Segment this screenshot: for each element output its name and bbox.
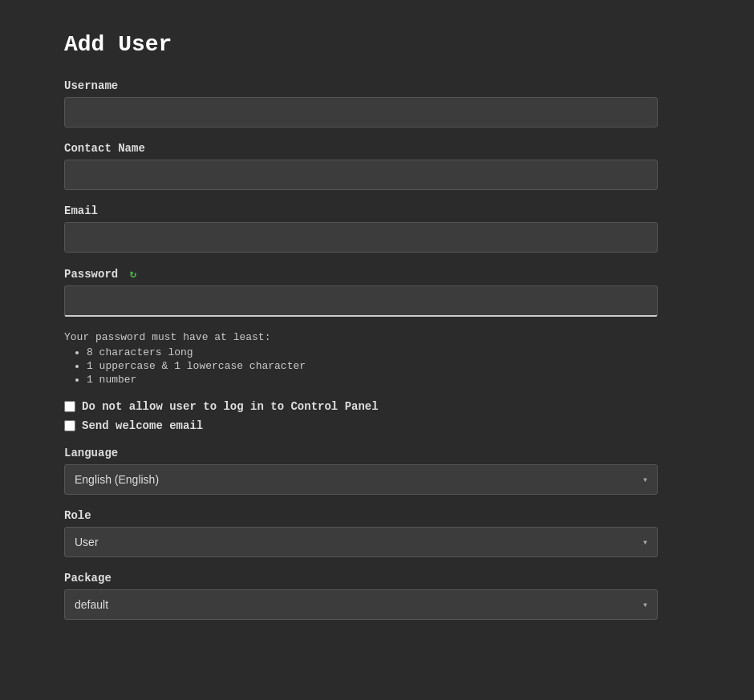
package-group: Package default Basic Standard Premium ▾ xyxy=(64,572,658,620)
role-label: Role xyxy=(64,509,658,522)
password-rule-1: 8 characters long xyxy=(87,346,658,358)
no-login-checkbox-group: Do not allow user to log in to Control P… xyxy=(64,400,658,413)
email-input[interactable] xyxy=(64,222,658,253)
password-label: Password ↻ xyxy=(64,267,658,281)
password-rule-3: 1 number xyxy=(87,374,658,386)
password-hint-text: Your password must have at least: xyxy=(64,331,658,343)
role-select[interactable]: User Administrator Reseller xyxy=(64,527,658,557)
password-group: Password ↻ xyxy=(64,267,658,317)
contact-name-input[interactable] xyxy=(64,160,658,190)
email-label: Email xyxy=(64,204,658,217)
role-group: Role User Administrator Reseller ▾ xyxy=(64,509,658,557)
package-select[interactable]: default Basic Standard Premium xyxy=(64,589,658,620)
welcome-email-label[interactable]: Send welcome email xyxy=(82,419,203,432)
package-label: Package xyxy=(64,572,658,585)
contact-name-group: Contact Name xyxy=(64,142,658,190)
password-rule-2: 1 uppercase & 1 lowercase character xyxy=(87,360,658,372)
no-login-checkbox[interactable] xyxy=(64,401,75,412)
welcome-email-checkbox[interactable] xyxy=(64,420,75,431)
add-user-form: Add User Username Contact Name Email Pas… xyxy=(0,0,722,666)
username-group: Username xyxy=(64,79,658,127)
username-label: Username xyxy=(64,79,658,92)
email-group: Email xyxy=(64,204,658,253)
language-group: Language English (English) Spanish (Espa… xyxy=(64,447,658,495)
language-select[interactable]: English (English) Spanish (Español) Fren… xyxy=(64,464,658,495)
language-select-wrapper: English (English) Spanish (Español) Fren… xyxy=(64,464,658,495)
password-rules-list: 8 characters long 1 uppercase & 1 lowerc… xyxy=(64,346,658,386)
username-input[interactable] xyxy=(64,97,658,127)
welcome-email-checkbox-group: Send welcome email xyxy=(64,419,658,432)
password-refresh-icon[interactable]: ↻ xyxy=(130,267,136,281)
package-select-wrapper: default Basic Standard Premium ▾ xyxy=(64,589,658,620)
password-input[interactable] xyxy=(64,285,658,317)
page-title: Add User xyxy=(64,32,658,57)
checkboxes-section: Do not allow user to log in to Control P… xyxy=(64,400,658,432)
no-login-label[interactable]: Do not allow user to log in to Control P… xyxy=(82,400,379,413)
language-label: Language xyxy=(64,447,658,459)
password-rules-section: Your password must have at least: 8 char… xyxy=(64,331,658,386)
role-select-wrapper: User Administrator Reseller ▾ xyxy=(64,527,658,557)
contact-name-label: Contact Name xyxy=(64,142,658,155)
